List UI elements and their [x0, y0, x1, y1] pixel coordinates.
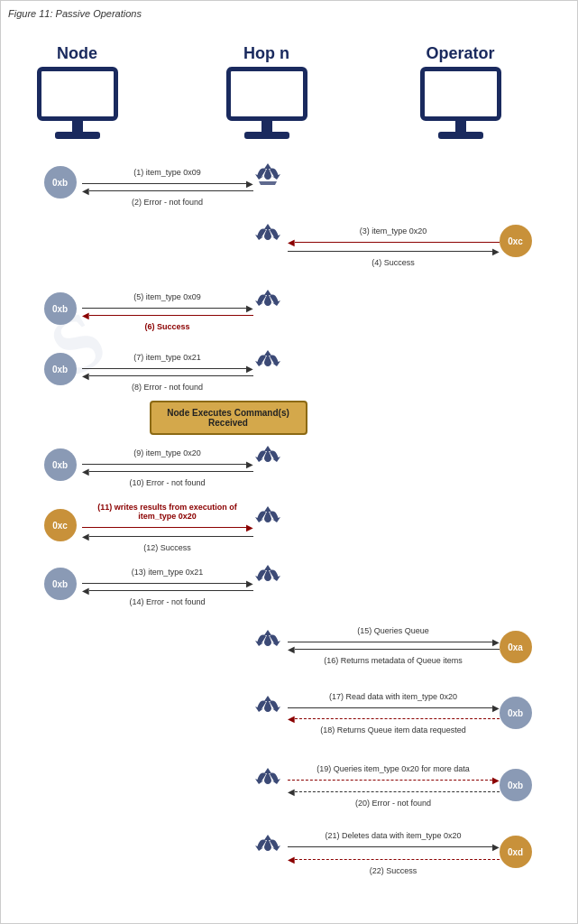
- recycle-3: [252, 286, 284, 319]
- msg-8-text: (8) Error - not found: [82, 383, 253, 392]
- msg-11-text: (11) writes results from execution of it…: [82, 503, 253, 521]
- recycle-4: [252, 346, 284, 379]
- recycle-9: [252, 692, 284, 725]
- msg-4-text: (4) Success: [288, 258, 500, 267]
- msg-6-text: (6) Success: [82, 322, 253, 331]
- recycle-8: [252, 626, 284, 659]
- arrow-17: (17) Read data with item_type 0x20 ▶: [288, 692, 500, 713]
- arrow-12: ◀ (12) Success: [82, 531, 253, 552]
- recycle-5: [252, 442, 284, 475]
- badge-0xb-4: 0xb: [44, 448, 77, 481]
- badge-0xb-2: 0xb: [44, 292, 77, 325]
- operator-base: [438, 132, 483, 139]
- hopn-stand: [261, 121, 272, 132]
- node-stand: [72, 121, 83, 132]
- badge-0xc-1: 0xc: [500, 225, 532, 257]
- msg-10-text: (10) Error - not found: [82, 478, 253, 487]
- badge-0xb-7: 0xb: [500, 769, 532, 801]
- arrow-14: ◀ (14) Error - not found: [82, 586, 253, 606]
- msg-19-text: (19) Queries item_type 0x20 for more dat…: [288, 764, 500, 773]
- recycle-1: [252, 160, 284, 192]
- arrow-8: ◀ (8) Error - not found: [82, 371, 253, 392]
- figure-title: Figure 11: Passive Operations: [8, 8, 570, 19]
- monitor-node: Node: [37, 44, 118, 139]
- msg-22-text: (22) Success: [288, 866, 500, 875]
- badge-0xb-1: 0xb: [44, 166, 77, 199]
- arrow-22: ◀ (22) Success: [288, 855, 500, 875]
- msg-7-text: (7) item_type 0x21: [82, 353, 253, 362]
- operator-stand: [455, 121, 466, 132]
- monitor-operator: Operator: [420, 44, 501, 139]
- hopn-label: Hop n: [243, 44, 289, 63]
- msg-16-text: (16) Returns metadata of Queue items: [288, 656, 500, 665]
- badge-0xb-6: 0xb: [500, 697, 532, 729]
- badge-0xb-3: 0xb: [44, 353, 77, 385]
- hopn-base: [244, 132, 289, 139]
- operator-label: Operator: [426, 44, 494, 63]
- recycle-10: [252, 764, 284, 797]
- recycle-6: [252, 503, 284, 535]
- monitor-hopn: Hop n: [226, 44, 307, 139]
- command-box: Node Executes Command(s) Received: [150, 401, 307, 435]
- msg-9-text: (9) item_type 0x20: [82, 448, 253, 457]
- node-label: Node: [57, 44, 97, 63]
- arrow-21: (21) Deletes data with item_type 0x20 ▶: [288, 831, 500, 852]
- badge-0xa: 0xa: [500, 631, 532, 663]
- arrow-19: (19) Queries item_type 0x20 for more dat…: [288, 764, 500, 785]
- arrow-20: ◀ (20) Error - not found: [288, 787, 500, 808]
- diagram: S Node Hop n Operator 0xb: [10, 26, 569, 910]
- node-base: [55, 132, 100, 139]
- badge-0xd: 0xd: [500, 836, 532, 868]
- arrow-10: ◀ (10) Error - not found: [82, 467, 253, 487]
- msg-12-text: (12) Success: [82, 543, 253, 552]
- page: Figure 11: Passive Operations S Node Hop…: [0, 0, 578, 924]
- arrow-3: (3) item_type 0x20 ◀: [288, 226, 500, 247]
- arrow-18: ◀ (18) Returns Queue item data requested: [288, 714, 500, 735]
- arrow-16: ◀ (16) Returns metadata of Queue items: [288, 644, 500, 665]
- hopn-screen: [226, 67, 307, 121]
- recycle-2: [252, 220, 284, 253]
- msg-15-text: (15) Queries Queue: [288, 626, 500, 635]
- arrow-4: ▶ (4) Success: [288, 246, 500, 267]
- msg-2-text: (2) Error - not found: [82, 198, 253, 207]
- msg-13-text: (13) item_type 0x21: [82, 568, 253, 577]
- arrow-2: ◀ (2) Error - not found: [82, 186, 253, 207]
- msg-20-text: (20) Error - not found: [288, 799, 500, 808]
- msg-21-text: (21) Deletes data with item_type 0x20: [288, 831, 500, 840]
- msg-17-text: (17) Read data with item_type 0x20: [288, 692, 500, 701]
- msg-18-text: (18) Returns Queue item data requested: [288, 725, 500, 735]
- arrow-6: ◀ (6) Success: [82, 310, 253, 331]
- arrow-11: (11) writes results from execution of it…: [82, 503, 253, 532]
- recycle-7: [252, 561, 284, 594]
- operator-screen: [420, 67, 501, 121]
- msg-5-text: (5) item_type 0x09: [82, 292, 253, 301]
- badge-0xb-5: 0xb: [44, 568, 77, 600]
- badge-0xc-2: 0xc: [44, 509, 77, 541]
- recycle-11: [252, 831, 284, 864]
- msg-3-text: (3) item_type 0x20: [288, 226, 500, 236]
- node-screen: [37, 67, 118, 121]
- msg-14-text: (14) Error - not found: [82, 597, 253, 606]
- msg-1-text: (1) item_type 0x09: [82, 168, 253, 177]
